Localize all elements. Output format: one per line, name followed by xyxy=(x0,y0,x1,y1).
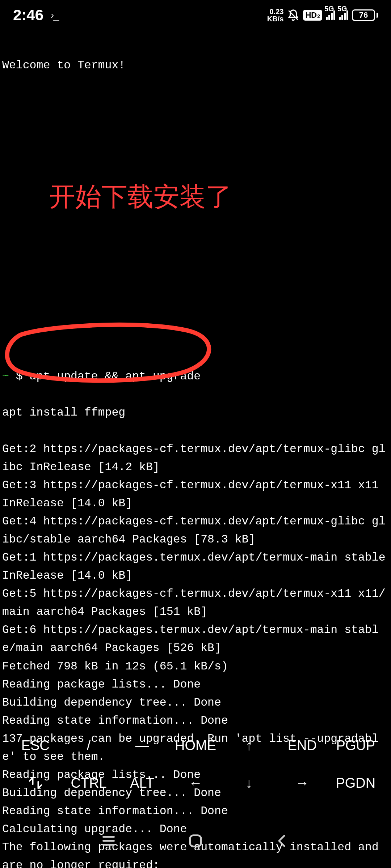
nav-back-button[interactable] xyxy=(272,830,293,852)
terminal-line-2: apt install ffmpeg xyxy=(2,404,389,422)
key-end[interactable]: END xyxy=(276,733,329,758)
signal-2-label: 5G xyxy=(337,5,347,13)
battery-icon: 76 xyxy=(352,9,378,21)
key-pgdn[interactable]: PGDN xyxy=(329,770,382,796)
key-alt[interactable]: ALT xyxy=(115,770,169,796)
key-left[interactable]: ← xyxy=(169,770,222,796)
network-speed-indicator: 0.23 KB/s xyxy=(267,8,284,22)
key-home[interactable]: HOME xyxy=(169,733,222,758)
nav-recent-button[interactable] xyxy=(98,830,119,852)
termux-indicator-icon: ›_ xyxy=(51,9,58,21)
nav-home-button[interactable] xyxy=(185,830,206,852)
key-slash[interactable]: / xyxy=(62,733,115,758)
terminal-blank-area: 开始下载安装了 xyxy=(2,96,389,349)
extra-keys-bar: ESC / ― HOME ↑ END PGUP CTRL ALT ← ↓ → P… xyxy=(0,726,391,807)
prompt-dollar: $ xyxy=(16,370,23,383)
key-ctrl[interactable]: CTRL xyxy=(62,770,115,796)
key-down[interactable]: ↓ xyxy=(222,770,276,796)
hd-badge-icon: HD2 xyxy=(303,10,322,21)
signal-2-icon: 5G xyxy=(339,10,348,20)
battery-percent: 76 xyxy=(353,10,374,20)
status-right: 0.23 KB/s HD2 5G 5G xyxy=(267,8,378,22)
key-keyboard-toggle[interactable] xyxy=(9,770,62,796)
do-not-disturb-icon xyxy=(287,9,299,21)
terminal-prompt-line: ~ $ apt update && apt upgrade xyxy=(2,367,389,386)
hd-label: HD xyxy=(305,10,317,20)
key-up[interactable]: ↑ xyxy=(222,733,276,758)
key-dash[interactable]: ― xyxy=(115,733,169,758)
terminal-welcome-line: Welcome to Termux! xyxy=(2,56,389,75)
annotation-overlay-text: 开始下载安装了 xyxy=(49,176,232,217)
status-time: 2:46 xyxy=(13,7,43,24)
net-speed-unit: KB/s xyxy=(267,15,284,22)
signal-1-label: 5G xyxy=(324,5,334,13)
svg-rect-4 xyxy=(190,835,201,847)
key-right[interactable]: → xyxy=(276,770,329,796)
net-speed-value: 0.23 xyxy=(269,8,283,15)
android-navigation-bar xyxy=(0,814,391,868)
status-bar: 2:46 ›_ 0.23 KB/s HD2 5G 5G xyxy=(0,0,391,27)
status-left: 2:46 ›_ xyxy=(13,7,58,24)
key-esc[interactable]: ESC xyxy=(9,733,62,758)
key-pgup[interactable]: PGUP xyxy=(329,733,382,758)
prompt-tilde: ~ xyxy=(2,370,9,383)
terminal-command: apt update && apt upgrade xyxy=(30,370,201,383)
hd-sub: 2 xyxy=(317,13,320,19)
signal-1-icon: 5G xyxy=(326,10,335,20)
